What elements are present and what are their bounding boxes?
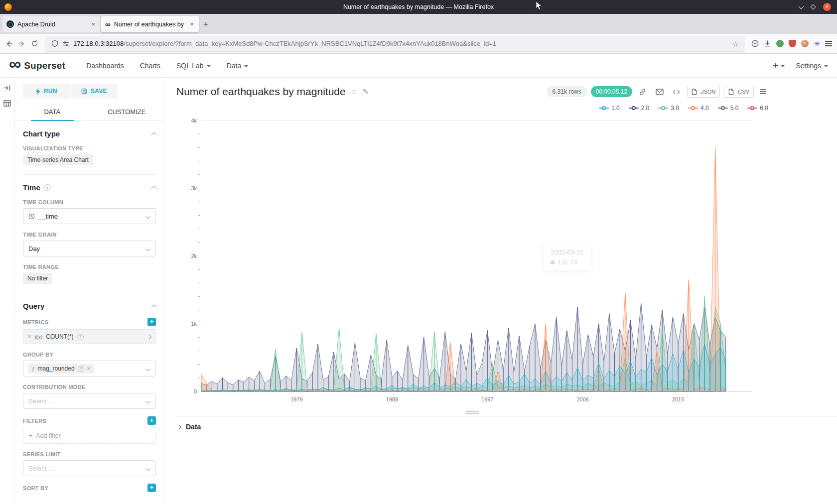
- nav-item-data[interactable]: Data: [220, 62, 256, 70]
- data-panel: Data: [176, 416, 837, 437]
- time-range-value[interactable]: No filter: [23, 273, 52, 284]
- export-json-button[interactable]: .JSON: [687, 86, 720, 98]
- series-limit-select[interactable]: Select ...: [23, 460, 156, 476]
- embed-code-icon[interactable]: [670, 86, 683, 98]
- nav-item-dashboards[interactable]: Dashboards: [79, 62, 131, 70]
- legend-item-2.0[interactable]: 2.0: [629, 105, 650, 112]
- chevron-up-icon: [151, 186, 156, 191]
- edit-title-icon[interactable]: ✎: [362, 87, 369, 96]
- remove-column-icon[interactable]: ×: [87, 365, 91, 372]
- reload-icon[interactable]: [31, 40, 38, 47]
- legend-marker-icon: [629, 106, 639, 111]
- chart-menu-icon[interactable]: [758, 87, 768, 96]
- downloads-icon[interactable]: [764, 40, 771, 47]
- chart-legend: 1.02.03.04.05.06.0: [176, 105, 768, 112]
- svg-text:1997: 1997: [481, 396, 493, 402]
- metric-name: COUNT(*): [46, 333, 73, 340]
- superset-header: ∞ Superset Dashboards Charts SQL Lab Dat…: [0, 54, 837, 78]
- tab-data[interactable]: DATA: [15, 104, 90, 121]
- add-sort-by-button[interactable]: +: [147, 484, 156, 492]
- favorite-star-icon[interactable]: ☆: [351, 87, 357, 96]
- bookmark-star-icon[interactable]: ☆: [732, 40, 739, 48]
- url-bar[interactable]: 172.18.0.3:32108/superset/explore/?form_…: [45, 36, 744, 51]
- browser-tab-druid[interactable]: Apache Druid ×: [2, 16, 100, 32]
- data-panel-toggle[interactable]: Data: [176, 423, 837, 431]
- nav-item-charts[interactable]: Charts: [133, 62, 167, 70]
- metric-pill[interactable]: × f(x) COUNT(*) ?: [23, 329, 156, 344]
- app-nav: Dashboards Charts SQL Lab Data: [79, 62, 255, 70]
- window-close-icon[interactable]: ×: [823, 3, 831, 11]
- group-by-pill[interactable]: ƒ mag_rounded ? ×: [28, 364, 94, 374]
- new-item-button[interactable]: +: [773, 60, 785, 71]
- new-tab-button[interactable]: +: [203, 19, 209, 30]
- add-filter-plus-button[interactable]: +: [147, 416, 156, 425]
- chevron-down-icon: [146, 367, 151, 372]
- run-button[interactable]: RUN: [23, 84, 70, 99]
- info-icon: ?: [78, 366, 84, 372]
- legend-item-1.0[interactable]: 1.0: [599, 105, 620, 112]
- save-button[interactable]: SAVE: [71, 84, 118, 99]
- lightning-icon: [36, 88, 40, 95]
- add-filter-dropzone[interactable]: + Add filter: [23, 428, 156, 444]
- viz-type-value[interactable]: Time-series Area Chart: [23, 154, 93, 165]
- legend-item-5.0[interactable]: 5.0: [718, 105, 739, 112]
- time-column-select[interactable]: __time: [23, 208, 156, 224]
- browser-tab-superset[interactable]: ∞ Numer of earthquakes by ×: [101, 16, 199, 32]
- window-maximize-icon[interactable]: [810, 4, 816, 9]
- extension-ublock-icon[interactable]: [789, 40, 796, 47]
- extension-profile-icon[interactable]: [801, 40, 809, 47]
- datasource-grid-icon[interactable]: [3, 100, 11, 107]
- pocket-icon[interactable]: [751, 40, 759, 47]
- chevron-up-icon: [151, 304, 156, 310]
- chart-container[interactable]: 01k2k3k4k19791988199720062015 2002-03-21…: [176, 114, 768, 408]
- panel-resize-handle[interactable]: [176, 408, 768, 416]
- nav-item-sql-lab[interactable]: SQL Lab: [169, 62, 218, 70]
- timeseries-chart[interactable]: 01k2k3k4k19791988199720062015: [176, 114, 767, 408]
- url-text[interactable]: 172.18.0.3:32108/superset/explore/?form_…: [73, 40, 496, 47]
- tab-close-icon[interactable]: ×: [189, 20, 195, 28]
- legend-label: 5.0: [730, 105, 739, 112]
- chevron-down-icon: [244, 65, 248, 67]
- superset-brand[interactable]: ∞ Superset: [9, 60, 65, 71]
- svg-text:1k: 1k: [191, 321, 197, 327]
- tab-customize[interactable]: CUSTOMIZE: [90, 104, 164, 121]
- legend-item-3.0[interactable]: 3.0: [658, 105, 679, 112]
- mouse-cursor: [536, 1, 543, 11]
- back-icon[interactable]: [5, 40, 13, 48]
- group-by-select[interactable]: ƒ mag_rounded ? ×: [23, 361, 156, 377]
- window-titlebar: Numer of earthquakes by magnitude — Mozi…: [0, 0, 837, 14]
- sort-by-label: SORT BY: [23, 485, 48, 491]
- chevron-down-icon: [146, 214, 151, 219]
- window-minimize-icon[interactable]: [798, 3, 804, 9]
- legend-item-6.0[interactable]: 6.0: [747, 105, 768, 112]
- shield-icon[interactable]: [51, 40, 58, 47]
- url-host: 172.18.0.3:32108: [73, 40, 124, 47]
- section-header-chart-type[interactable]: Chart type: [23, 129, 156, 138]
- legend-label: 2.0: [641, 105, 650, 112]
- window-title: Numer of earthquakes by magnitude — Mozi…: [0, 3, 837, 10]
- collapse-panel-icon[interactable]: [3, 85, 11, 91]
- extension-leaf-icon[interactable]: [776, 40, 784, 47]
- section-header-query[interactable]: Query: [23, 302, 156, 310]
- remove-metric-icon[interactable]: ×: [28, 333, 31, 340]
- clock-icon: [28, 213, 35, 220]
- site-permissions-icon[interactable]: [62, 40, 69, 47]
- svg-text:2006: 2006: [576, 396, 588, 402]
- contribution-mode-select[interactable]: Select ...: [23, 393, 156, 409]
- save-icon: [81, 88, 87, 94]
- chevron-right-icon[interactable]: [147, 334, 152, 339]
- extension-star-icon[interactable]: ✳: [814, 40, 820, 47]
- link-icon[interactable]: [636, 86, 649, 98]
- legend-item-4.0[interactable]: 4.0: [688, 105, 709, 112]
- section-header-time[interactable]: Time i: [23, 183, 156, 192]
- menu-hamburger-icon[interactable]: [825, 41, 832, 46]
- forward-icon[interactable]: [18, 40, 26, 48]
- export-csv-button[interactable]: .CSV: [724, 86, 754, 98]
- legend-marker-icon: [688, 106, 698, 111]
- viz-type-label: VISUALIZATION TYPE: [23, 145, 83, 151]
- time-grain-select[interactable]: Day: [23, 241, 156, 256]
- settings-menu[interactable]: Settings: [796, 62, 828, 70]
- add-metric-button[interactable]: +: [147, 318, 156, 326]
- email-icon[interactable]: [653, 86, 666, 98]
- tab-close-icon[interactable]: ×: [90, 20, 96, 28]
